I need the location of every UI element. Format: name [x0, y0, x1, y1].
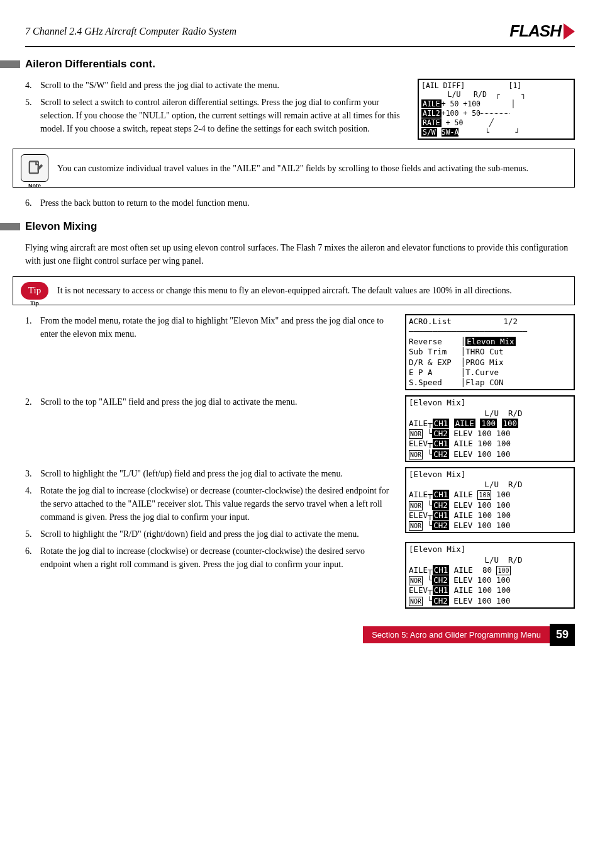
footer-section-text: Section 5: Acro and Glider Programming M… [372, 629, 541, 641]
tip-icon: Tip [21, 282, 48, 300]
footer-section-bar: Section 5: Acro and Glider Programming M… [363, 626, 550, 644]
tip-box: Tip Tip It is not necessary to access or… [13, 276, 575, 305]
brand-text: FLASH [509, 19, 561, 43]
step2-1: 1.From the model menu, rotate the jog di… [25, 314, 392, 341]
tip-label: Tip [21, 300, 48, 308]
section-heading-elevon: Elevon Mixing [25, 218, 575, 235]
lcd-elevon-3: [Elevon Mix] L/U R/D AILE┬CH1 AILE 80 10… [405, 542, 575, 609]
page-header: 7 Channel 2.4 GHz Aircraft Computer Radi… [25, 19, 575, 47]
logo-arrow-icon [564, 23, 575, 40]
note-text: You can customize individual travel valu… [57, 162, 528, 175]
page-footer: Section 5: Acro and Glider Programming M… [25, 624, 575, 646]
tip-text: It is not necessary to access or change … [57, 284, 512, 297]
elevon-intro: Flying wing aircraft are most often set … [25, 241, 575, 268]
heading-bar-icon [0, 223, 20, 230]
step2-4: 4.Rotate the jog dial to increase (clock… [25, 484, 392, 524]
step2-6: 6.Rotate the jog dial to increase (clock… [25, 544, 392, 571]
step2-3: 3.Scroll to highlight the "L/U" (left/up… [25, 467, 392, 480]
brand-logo: FLASH [509, 19, 575, 43]
step-5: 5.Scroll to select a switch to control a… [25, 96, 405, 135]
note-label: Note [21, 182, 48, 191]
page-number: 59 [550, 624, 575, 646]
note-icon: Note [21, 154, 48, 182]
step2-2: 2.Scroll to the top "AILE" field and pre… [25, 395, 392, 409]
lcd-acro-list: ACRO.List 1/2 ───────────────────────── … [405, 314, 575, 391]
step-6: 6.Press the back button to return to the… [25, 196, 575, 210]
lcd-elevon-1: [Elevon Mix] L/U R/D AILE┬CH1 AILE 100 1… [405, 395, 575, 462]
section-heading-aileron: Aileron Differentials cont. [25, 56, 575, 72]
header-subtitle: 7 Channel 2.4 GHz Aircraft Computer Radi… [25, 24, 236, 39]
lcd-elevon-2: [Elevon Mix] L/U R/D AILE┬CH1 AILE 100 1… [405, 467, 575, 534]
note-box: Note You can customize individual travel… [13, 149, 575, 188]
lcd-ail-diff: [AIL DIFF] [1] L/U R/D ┌ ┐ AILE+ 50 +100… [418, 79, 575, 140]
step-4: 4.Scroll to the "S/W" field and press th… [25, 79, 405, 92]
step2-5: 5.Scroll to highlight the "R/D" (right/d… [25, 527, 392, 541]
heading-bar-icon [0, 60, 20, 68]
